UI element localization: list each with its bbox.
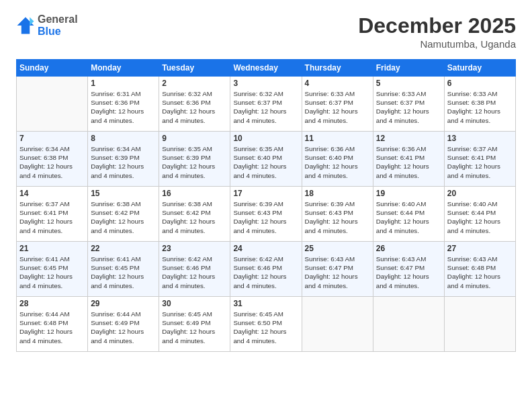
calendar-cell: 17Sunrise: 6:39 AMSunset: 6:43 PMDayligh…	[230, 187, 302, 242]
month-title: December 2025	[358, 13, 516, 38]
day-number: 4	[305, 79, 370, 88]
day-number: 29	[91, 299, 156, 308]
day-number: 25	[305, 244, 370, 253]
day-info: Sunrise: 6:37 AMSunset: 6:41 PMDaylight:…	[19, 199, 85, 235]
calendar-week-row: 28Sunrise: 6:44 AMSunset: 6:48 PMDayligh…	[17, 297, 516, 352]
day-number: 8	[91, 134, 156, 143]
day-info: Sunrise: 6:39 AMSunset: 6:43 PMDaylight:…	[305, 199, 370, 235]
day-info: Sunrise: 6:41 AMSunset: 6:45 PMDaylight:…	[19, 255, 85, 290]
day-number: 3	[233, 79, 298, 88]
day-number: 7	[19, 134, 85, 143]
day-number: 19	[376, 189, 441, 198]
day-number: 2	[162, 79, 227, 88]
day-info: Sunrise: 6:43 AMSunset: 6:48 PMDaylight:…	[447, 255, 513, 290]
day-info: Sunrise: 6:33 AMSunset: 6:38 PMDaylight:…	[447, 89, 513, 125]
day-number: 31	[233, 299, 298, 308]
calendar-cell: 3Sunrise: 6:32 AMSunset: 6:37 PMDaylight…	[230, 77, 302, 132]
calendar-week-row: 14Sunrise: 6:37 AMSunset: 6:41 PMDayligh…	[17, 187, 516, 242]
title-block: December 2025 Namutumba, Uganda	[358, 13, 516, 50]
calendar-cell: 12Sunrise: 6:36 AMSunset: 6:41 PMDayligh…	[373, 132, 444, 187]
day-number: 23	[162, 244, 227, 253]
calendar-cell: 1Sunrise: 6:31 AMSunset: 6:36 PMDaylight…	[88, 77, 159, 132]
day-info: Sunrise: 6:39 AMSunset: 6:43 PMDaylight:…	[233, 199, 298, 235]
calendar-cell: 13Sunrise: 6:37 AMSunset: 6:41 PMDayligh…	[444, 132, 515, 187]
day-number: 30	[162, 299, 227, 308]
day-info: Sunrise: 6:34 AMSunset: 6:38 PMDaylight:…	[19, 144, 85, 180]
day-number: 9	[162, 134, 227, 143]
weekday-header-sunday: Sunday	[17, 60, 88, 77]
day-info: Sunrise: 6:42 AMSunset: 6:46 PMDaylight:…	[162, 255, 227, 290]
calendar-cell: 28Sunrise: 6:44 AMSunset: 6:48 PMDayligh…	[17, 297, 88, 352]
day-info: Sunrise: 6:43 AMSunset: 6:47 PMDaylight:…	[305, 255, 370, 290]
weekday-header-wednesday: Wednesday	[230, 60, 302, 77]
day-number: 17	[233, 189, 298, 198]
page-header: General Blue December 2025 Namutumba, Ug…	[16, 13, 516, 50]
day-info: Sunrise: 6:44 AMSunset: 6:48 PMDaylight:…	[19, 310, 85, 345]
day-info: Sunrise: 6:31 AMSunset: 6:36 PMDaylight:…	[91, 89, 156, 125]
day-info: Sunrise: 6:36 AMSunset: 6:41 PMDaylight:…	[376, 144, 441, 180]
weekday-header-friday: Friday	[373, 60, 444, 77]
day-number: 5	[376, 79, 441, 88]
calendar-cell: 25Sunrise: 6:43 AMSunset: 6:47 PMDayligh…	[302, 242, 373, 297]
calendar-week-row: 7Sunrise: 6:34 AMSunset: 6:38 PMDaylight…	[17, 132, 516, 187]
day-info: Sunrise: 6:43 AMSunset: 6:47 PMDaylight:…	[376, 255, 441, 290]
day-number: 18	[305, 189, 370, 198]
calendar-cell: 31Sunrise: 6:45 AMSunset: 6:50 PMDayligh…	[230, 297, 302, 352]
weekday-header-thursday: Thursday	[302, 60, 373, 77]
calendar-cell	[17, 77, 88, 132]
day-info: Sunrise: 6:41 AMSunset: 6:45 PMDaylight:…	[91, 255, 156, 290]
day-info: Sunrise: 6:45 AMSunset: 6:50 PMDaylight:…	[233, 310, 298, 345]
day-number: 12	[376, 134, 441, 143]
calendar-week-row: 1Sunrise: 6:31 AMSunset: 6:36 PMDaylight…	[17, 77, 516, 132]
calendar-table: SundayMondayTuesdayWednesdayThursdayFrid…	[16, 59, 516, 352]
calendar-cell	[444, 297, 515, 352]
page-container: General Blue December 2025 Namutumba, Ug…	[0, 0, 532, 363]
day-info: Sunrise: 6:38 AMSunset: 6:42 PMDaylight:…	[91, 199, 156, 235]
logo-blue: Blue	[38, 26, 78, 38]
day-info: Sunrise: 6:32 AMSunset: 6:37 PMDaylight:…	[233, 89, 298, 125]
calendar-cell: 19Sunrise: 6:40 AMSunset: 6:44 PMDayligh…	[373, 187, 444, 242]
calendar-cell: 2Sunrise: 6:32 AMSunset: 6:36 PMDaylight…	[159, 77, 230, 132]
day-number: 11	[305, 134, 370, 143]
calendar-cell: 24Sunrise: 6:42 AMSunset: 6:46 PMDayligh…	[230, 242, 302, 297]
calendar-cell: 30Sunrise: 6:45 AMSunset: 6:49 PMDayligh…	[159, 297, 230, 352]
day-info: Sunrise: 6:45 AMSunset: 6:49 PMDaylight:…	[162, 310, 227, 345]
logo-icon	[16, 16, 35, 35]
calendar-cell: 29Sunrise: 6:44 AMSunset: 6:49 PMDayligh…	[88, 297, 159, 352]
calendar-cell: 26Sunrise: 6:43 AMSunset: 6:47 PMDayligh…	[373, 242, 444, 297]
calendar-cell: 21Sunrise: 6:41 AMSunset: 6:45 PMDayligh…	[17, 242, 88, 297]
location-subtitle: Namutumba, Uganda	[358, 38, 516, 50]
weekday-header-tuesday: Tuesday	[159, 60, 230, 77]
calendar-cell: 16Sunrise: 6:38 AMSunset: 6:42 PMDayligh…	[159, 187, 230, 242]
calendar-week-row: 21Sunrise: 6:41 AMSunset: 6:45 PMDayligh…	[17, 242, 516, 297]
day-info: Sunrise: 6:36 AMSunset: 6:40 PMDaylight:…	[305, 144, 370, 180]
weekday-header-monday: Monday	[88, 60, 159, 77]
day-number: 28	[19, 299, 85, 308]
calendar-cell: 23Sunrise: 6:42 AMSunset: 6:46 PMDayligh…	[159, 242, 230, 297]
day-number: 22	[91, 244, 156, 253]
day-number: 1	[91, 79, 156, 88]
day-number: 14	[19, 189, 85, 198]
day-number: 20	[447, 189, 513, 198]
day-info: Sunrise: 6:38 AMSunset: 6:42 PMDaylight:…	[162, 199, 227, 235]
calendar-cell: 7Sunrise: 6:34 AMSunset: 6:38 PMDaylight…	[17, 132, 88, 187]
calendar-cell: 27Sunrise: 6:43 AMSunset: 6:48 PMDayligh…	[444, 242, 515, 297]
calendar-cell: 5Sunrise: 6:33 AMSunset: 6:37 PMDaylight…	[373, 77, 444, 132]
day-number: 27	[447, 244, 513, 253]
calendar-cell: 9Sunrise: 6:35 AMSunset: 6:39 PMDaylight…	[159, 132, 230, 187]
day-info: Sunrise: 6:40 AMSunset: 6:44 PMDaylight:…	[447, 199, 513, 235]
day-number: 24	[233, 244, 298, 253]
calendar-cell: 20Sunrise: 6:40 AMSunset: 6:44 PMDayligh…	[444, 187, 515, 242]
calendar-cell: 15Sunrise: 6:38 AMSunset: 6:42 PMDayligh…	[88, 187, 159, 242]
day-info: Sunrise: 6:35 AMSunset: 6:40 PMDaylight:…	[233, 144, 298, 180]
calendar-cell: 22Sunrise: 6:41 AMSunset: 6:45 PMDayligh…	[88, 242, 159, 297]
day-info: Sunrise: 6:44 AMSunset: 6:49 PMDaylight:…	[91, 310, 156, 345]
logo: General Blue	[16, 13, 78, 37]
calendar-cell: 11Sunrise: 6:36 AMSunset: 6:40 PMDayligh…	[302, 132, 373, 187]
day-info: Sunrise: 6:33 AMSunset: 6:37 PMDaylight:…	[305, 89, 370, 125]
day-info: Sunrise: 6:42 AMSunset: 6:46 PMDaylight:…	[233, 255, 298, 290]
calendar-cell: 14Sunrise: 6:37 AMSunset: 6:41 PMDayligh…	[17, 187, 88, 242]
calendar-cell	[302, 297, 373, 352]
day-number: 13	[447, 134, 513, 143]
logo-general: General	[38, 13, 78, 26]
